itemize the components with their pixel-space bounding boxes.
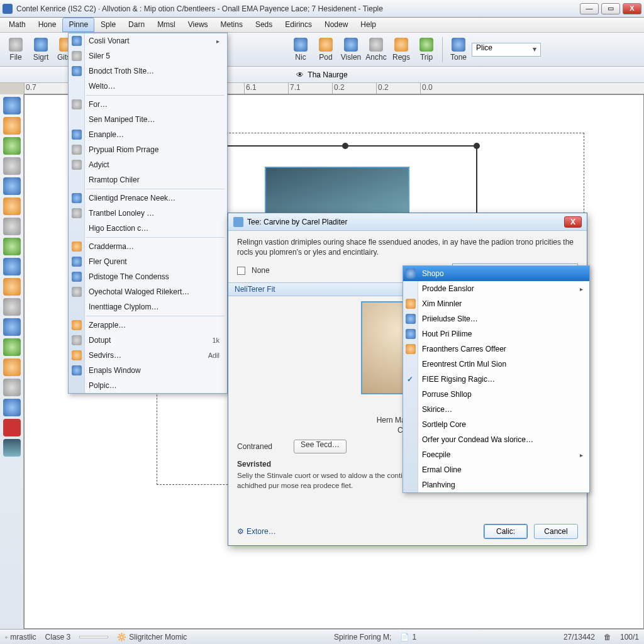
menu-item[interactable]: Siler 5 <box>69 48 227 64</box>
toolbox-item[interactable] <box>3 258 21 275</box>
extore-link[interactable]: ⚙ Extore… <box>237 527 276 536</box>
menu-item[interactable]: Clientigd Prenace Neek… <box>69 191 227 206</box>
menu-item[interactable]: Rramtop Chiler <box>69 172 227 187</box>
toolbox-item[interactable] <box>3 318 21 336</box>
menu-item[interactable]: Sedvirs…Adil <box>69 348 227 363</box>
menu-separator <box>86 316 225 316</box>
menu-sple[interactable]: Sple <box>94 18 122 32</box>
menu-views[interactable]: Views <box>182 18 214 32</box>
toolbox-item[interactable] <box>3 379 21 396</box>
tool-vislen[interactable]: Vislen <box>339 35 363 64</box>
pod-icon <box>319 38 333 52</box>
toolbox-item[interactable] <box>3 137 21 155</box>
menu-pinne[interactable]: Pinne <box>62 18 94 32</box>
toolbox-item[interactable] <box>3 238 21 255</box>
toolbox-item[interactable] <box>3 117 21 135</box>
flyout-item[interactable]: Priieludse Slte… <box>403 311 589 326</box>
flyout-item[interactable]: Ermal Oline <box>403 462 589 477</box>
menu-item[interactable]: Cosli Vonart▸ <box>69 33 227 48</box>
tool-regs[interactable]: Regs <box>389 35 413 64</box>
toolbox-item[interactable] <box>3 97 21 114</box>
toolbar-select[interactable]: Plice <box>472 43 541 57</box>
resize-handle[interactable] <box>342 143 348 149</box>
menu-item[interactable]: Prypual Riom Prrage <box>69 142 227 157</box>
trash-icon[interactable]: 🗑 <box>604 633 611 641</box>
menu-item[interactable]: Zerapple… <box>69 318 227 333</box>
menu-item[interactable]: Cradderma… <box>69 239 227 254</box>
flyout-item[interactable]: Shopo <box>403 266 589 281</box>
menu-edirincs[interactable]: Edirincs <box>279 18 318 32</box>
toolbox-item[interactable] <box>3 358 21 376</box>
contraned-label: Contraned <box>237 442 287 451</box>
menu-item[interactable]: Dotupt1k <box>69 333 227 348</box>
flyout-item[interactable]: Porruse Shllop <box>403 387 589 402</box>
flyout-item[interactable]: Foecpile▸ <box>403 447 589 462</box>
status-input[interactable] <box>79 636 108 638</box>
minimize-button[interactable]: — <box>580 3 599 14</box>
menu-item[interactable]: Adyict <box>69 157 227 172</box>
dialog-title: Tee: Carvine by Carel Pladiter <box>247 218 347 226</box>
eye-icon: 👁 <box>296 70 304 79</box>
flyout-item[interactable]: ✓FIEE Rigsing Ragic… <box>403 372 589 387</box>
close-button[interactable]: X <box>623 3 641 14</box>
dialog-titlebar[interactable]: Tee: Carvine by Carel Pladiter X <box>228 213 587 231</box>
menu-item[interactable]: Bnodct Troth Slte… <box>69 64 227 79</box>
flyout-item[interactable]: Hout Pri Pilime <box>403 326 589 341</box>
menu-item[interactable]: Inenttiage Clyplom… <box>69 299 227 314</box>
menu-item[interactable]: Enapls Window <box>69 363 227 378</box>
none-checkbox[interactable] <box>237 267 245 275</box>
menu-item-label: Trantbel Lonoley … <box>89 209 154 218</box>
menu-darn[interactable]: Darn <box>122 18 151 32</box>
flyout-item[interactable]: Ereontrest Crtln Mul Sion <box>403 357 589 372</box>
resize-handle[interactable] <box>474 143 480 149</box>
tool-file[interactable]: File <box>4 35 28 64</box>
menu-item-icon <box>72 51 82 61</box>
ok-button[interactable]: Calic: <box>484 524 528 539</box>
toolbox-item[interactable] <box>3 338 21 356</box>
flyout-item[interactable]: Xim Minnler <box>403 296 589 311</box>
tool-sigrt[interactable]: Sigrt <box>29 35 53 64</box>
toolbox-item[interactable] <box>3 197 21 215</box>
cancel-button[interactable]: Cancel <box>534 524 578 539</box>
flyout-item[interactable]: Prodde Eanslor▸ <box>403 281 589 296</box>
maximize-button[interactable]: ▭ <box>601 3 620 14</box>
tool-trip[interactable]: Trip <box>414 35 438 64</box>
flyout-item[interactable]: Skirice… <box>403 402 589 417</box>
flyout-item[interactable]: Fraonthers Carres Offeer <box>403 341 589 357</box>
menu-nodew[interactable]: Nodew <box>318 18 354 32</box>
menu-item[interactable]: Pdistoge The Condenss <box>69 269 227 284</box>
menu-item-label: Bnodct Troth Slte… <box>89 67 154 75</box>
menu-item[interactable]: Welto… <box>69 79 227 94</box>
menu-item[interactable]: For… <box>69 97 227 112</box>
menu-item[interactable]: Oyechotal Waloged Rilekert… <box>69 284 227 299</box>
menu-help[interactable]: Help <box>354 18 382 32</box>
menu-metins[interactable]: Metins <box>214 18 249 32</box>
menu-item[interactable]: Polpic… <box>69 378 227 393</box>
toolbox-item[interactable] <box>3 177 21 195</box>
menu-item[interactable]: Fler Qurent <box>69 254 227 269</box>
toolbox-item[interactable] <box>3 399 21 416</box>
flyout-item[interactable]: Sortlelp Core <box>403 417 589 432</box>
menu-item[interactable]: Higo Eacction c… <box>69 221 227 236</box>
toolbox-item[interactable] <box>3 419 21 436</box>
menu-item[interactable]: Trantbel Lonoley … <box>69 206 227 221</box>
menu-item[interactable]: Sen Maniped Tite… <box>69 112 227 127</box>
toolbox-item[interactable] <box>3 218 21 235</box>
dialog-close-button[interactable]: X <box>564 216 582 228</box>
tool-anchc[interactable]: Anchc <box>364 35 388 64</box>
menu-mmsl[interactable]: Mmsl <box>151 18 182 32</box>
menu-seds[interactable]: Seds <box>249 18 279 32</box>
menu-hone[interactable]: Hone <box>32 18 63 32</box>
menu-item[interactable]: Enanple… <box>69 127 227 142</box>
toolbox-item[interactable] <box>3 278 21 296</box>
tool-pod[interactable]: Pod <box>314 35 338 64</box>
toolbox-item[interactable] <box>3 157 21 175</box>
flyout-item[interactable]: Planhving <box>403 477 589 492</box>
tool-tone[interactable]: Tone <box>447 35 470 64</box>
toolbox-item[interactable] <box>3 439 21 457</box>
menu-math[interactable]: Math <box>3 18 32 32</box>
flyout-item[interactable]: Orfer your Condead Wa slorice… <box>403 432 589 447</box>
toolbox-item[interactable] <box>3 298 21 316</box>
tool-nic[interactable]: Nic <box>289 35 313 64</box>
contraned-button[interactable]: See Tecd… <box>294 440 347 453</box>
